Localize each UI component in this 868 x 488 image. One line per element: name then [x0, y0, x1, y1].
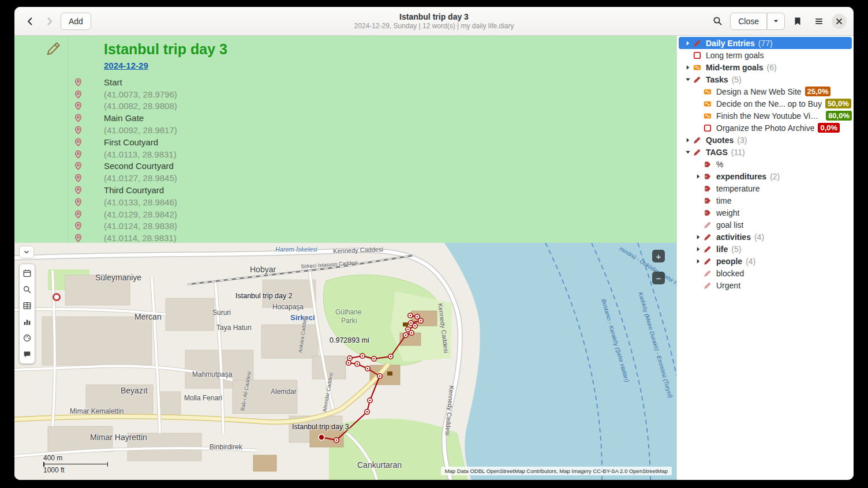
- tag-icon: [703, 160, 712, 169]
- add-button[interactable]: Add: [61, 13, 91, 30]
- sidebar-item-weight[interactable]: weight: [679, 207, 852, 219]
- map-pin-icon: [74, 77, 83, 87]
- pencil-icon: [693, 39, 702, 48]
- chevron-right-icon: [45, 17, 54, 26]
- expander-right-icon[interactable]: [694, 257, 703, 266]
- expander-right-icon[interactable]: [694, 172, 703, 181]
- pencil-icon: [693, 75, 702, 84]
- location-label: Third Courtyard: [104, 185, 164, 195]
- zoom-out-button[interactable]: −: [652, 272, 665, 284]
- sidebar-item-label: Organize the Photo Archive: [716, 123, 814, 133]
- menu-button[interactable]: [810, 13, 828, 30]
- sidebar-item-tags[interactable]: TAGS(11): [679, 146, 852, 158]
- forward-button[interactable]: [41, 13, 58, 30]
- sidebar-item-blocked[interactable]: blocked: [679, 267, 852, 279]
- close-split-button: Close: [730, 13, 785, 30]
- calendar-button[interactable]: [20, 266, 34, 281]
- map-toolbar: [19, 264, 35, 364]
- search-icon: [713, 16, 723, 26]
- map-pin-icon: [74, 137, 83, 147]
- item-count: (2): [770, 172, 780, 181]
- sidebar-item-tag[interactable]: %: [679, 158, 852, 170]
- theme-button[interactable]: [20, 331, 34, 346]
- expander-spacer: [694, 111, 703, 121]
- window-close-button[interactable]: [832, 14, 847, 29]
- sidebar-item-finish-the-new-youtube-video[interactable]: Finish the New Youtube Video80,0%: [679, 110, 852, 122]
- expander-right-icon[interactable]: [694, 245, 703, 254]
- diary-entry-panel[interactable]: Istanbul trip day 3 2024-12-29 Start(41.…: [14, 36, 676, 243]
- sidebar-item-quotes[interactable]: Quotes(3): [679, 134, 852, 146]
- notes-button[interactable]: [20, 347, 34, 362]
- map-pin-icon: [74, 174, 83, 183]
- wave-icon: [703, 99, 712, 108]
- sidebar-item-goal-list[interactable]: goal list: [679, 219, 852, 231]
- search-button[interactable]: [709, 13, 726, 30]
- sidebar-item-time[interactable]: time: [679, 194, 852, 207]
- collapse-map-button[interactable]: [19, 246, 34, 258]
- item-count: (77): [758, 39, 773, 48]
- route-waypoint-dot: [407, 329, 409, 331]
- map-panel[interactable]: Istanbul trip day 2 0.972893 mi Istanbul…: [14, 243, 676, 480]
- expander-right-icon[interactable]: [683, 136, 693, 145]
- sidebar-item-label: goal list: [716, 220, 743, 230]
- sidebar-item-label: activities: [716, 232, 751, 242]
- map-pin-icon: [74, 209, 83, 219]
- back-button[interactable]: [21, 13, 39, 30]
- item-count: (5): [731, 245, 741, 254]
- location-label: Start: [104, 77, 122, 87]
- sidebar-item-organize-the-photo-archive[interactable]: Organize the Photo Archive0,0%: [679, 122, 852, 134]
- entry-list-item: (41.0113, 28.9831): [68, 148, 676, 160]
- sidebar-item-life[interactable]: life(5): [679, 243, 852, 255]
- map-pin-icon: [74, 102, 83, 111]
- close-entry-button[interactable]: Close: [730, 13, 767, 30]
- map-attribution: Map Data ODBL OpenStreetMap Contributors…: [441, 467, 672, 475]
- progress-badge: 25,0%: [805, 87, 831, 96]
- chart-button[interactable]: [20, 314, 34, 329]
- sidebar-item-label: life: [716, 245, 728, 254]
- wave-icon: [703, 111, 712, 121]
- sidebar-item-tasks[interactable]: Tasks(5): [679, 73, 852, 85]
- zoom-control: + −: [652, 250, 665, 284]
- route-waypoint-dot: [410, 315, 411, 317]
- sidebar-item-expenditures[interactable]: expenditures(2): [679, 170, 852, 182]
- sidebar-item-long-term-goals[interactable]: Long term goals: [679, 49, 852, 61]
- expander-spacer: [694, 220, 703, 230]
- sidebar-item-daily-entries[interactable]: Daily Entries(77): [679, 37, 852, 49]
- bookmark-button[interactable]: [789, 13, 806, 30]
- sidebar-item-label: %: [716, 160, 723, 169]
- expander-right-icon[interactable]: [694, 232, 703, 242]
- entry-date-link[interactable]: 2024-12-29: [104, 60, 148, 72]
- progress-badge: 0,0%: [818, 123, 840, 133]
- expander-right-icon[interactable]: [683, 63, 693, 72]
- zoom-in-button[interactable]: +: [652, 250, 665, 262]
- expander-down-icon[interactable]: [683, 75, 693, 84]
- expander-spacer: [694, 196, 703, 205]
- sidebar-item-people[interactable]: people(4): [679, 255, 852, 267]
- scale-metric: 400 m: [43, 454, 108, 462]
- sidebar-item-label: time: [716, 196, 731, 205]
- checkbox-icon: [693, 51, 702, 60]
- sidebar-item-decide-on-the-ne-op-to-buy[interactable]: Decide on the Ne... op to Buy50,0%: [679, 97, 852, 110]
- palace-grounds: [391, 291, 452, 362]
- entry-list-item: (41.0073, 28.9796): [68, 88, 676, 100]
- sidebar-item-design-a-new-web-site[interactable]: Design a New Web Site25,0%: [679, 85, 852, 97]
- expander-right-icon[interactable]: [683, 39, 693, 48]
- close-dropdown-button[interactable]: [767, 13, 785, 30]
- sidebar-item-urgent[interactable]: Urgent: [679, 279, 852, 291]
- route-endpoint-marker[interactable]: [319, 434, 324, 440]
- sidebar-item-mid-term-goals[interactable]: Mid-term goals(6): [679, 61, 852, 73]
- tag-icon: [703, 208, 712, 217]
- map-pin-icon: [74, 222, 83, 231]
- sidebar-tree: Daily Entries(77)Long term goalsMid-term…: [676, 36, 854, 480]
- chevron-down-icon: [773, 18, 779, 24]
- sidebar-item-temperature[interactable]: temperature: [679, 182, 852, 194]
- sidebar-item-label: weight: [716, 208, 739, 217]
- sidebar-item-activities[interactable]: activities(4): [679, 231, 852, 243]
- expander-down-icon[interactable]: [683, 148, 693, 157]
- table-button[interactable]: [20, 298, 34, 313]
- map-search-button[interactable]: [20, 282, 34, 297]
- chevron-left-icon: [25, 17, 35, 26]
- map-canvas[interactable]: [14, 243, 676, 480]
- route-waypoint-dot: [349, 358, 351, 359]
- coordinate-text: (41.0129, 28.9842): [104, 209, 177, 219]
